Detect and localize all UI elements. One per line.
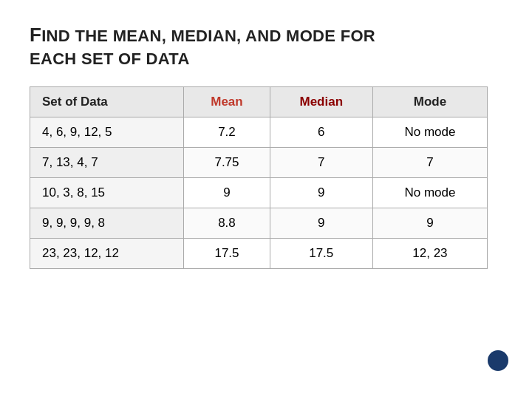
- cell-r4-c3: 12, 23: [372, 238, 487, 268]
- cell-r3-c2: 9: [270, 208, 372, 238]
- cell-r0-c3: No mode: [372, 117, 487, 147]
- cell-r3-c0: 9, 9, 9, 9, 8: [30, 208, 184, 238]
- cell-r2-c0: 10, 3, 8, 15: [30, 177, 184, 208]
- cell-r2-c2: 9: [270, 177, 372, 208]
- decorative-dot: [488, 350, 508, 371]
- cell-r0-c2: 6: [270, 117, 372, 147]
- cell-r0-c1: 7.2: [184, 117, 270, 147]
- data-table: Set of Data Mean Median Mode 4, 6, 9, 12…: [30, 86, 488, 269]
- col-header-set: Set of Data: [30, 86, 184, 117]
- cell-r1-c3: 7: [372, 147, 487, 177]
- table-row: 7, 13, 4, 77.7577: [30, 147, 488, 177]
- cell-r4-c0: 23, 23, 12, 12: [30, 238, 184, 268]
- table-row: 9, 9, 9, 9, 88.899: [30, 208, 488, 238]
- cell-r0-c0: 4, 6, 9, 12, 5: [30, 117, 184, 147]
- cell-r1-c2: 7: [270, 147, 372, 177]
- cell-r3-c3: 9: [372, 208, 487, 238]
- table-row: 10, 3, 8, 1599No mode: [30, 177, 488, 208]
- cell-r4-c1: 17.5: [184, 238, 270, 268]
- cell-r1-c1: 7.75: [184, 147, 270, 177]
- cell-r3-c1: 8.8: [184, 208, 270, 238]
- cell-r1-c0: 7, 13, 4, 7: [30, 147, 184, 177]
- table-row: 23, 23, 12, 1217.517.512, 23: [30, 238, 488, 268]
- cell-r2-c3: No mode: [372, 177, 487, 208]
- cell-r2-c1: 9: [184, 177, 270, 208]
- col-header-median: Median: [270, 86, 372, 117]
- cell-r4-c2: 17.5: [270, 238, 372, 268]
- col-header-mode: Mode: [372, 86, 487, 117]
- page-content: FIND THE MEAN, MEDIAN, AND MODE FOR EACH…: [0, 0, 532, 284]
- table-row: 4, 6, 9, 12, 57.26No mode: [30, 117, 488, 147]
- col-header-mean: Mean: [184, 86, 270, 117]
- table-header-row: Set of Data Mean Median Mode: [30, 86, 488, 117]
- page-title: FIND THE MEAN, MEDIAN, AND MODE FOR EACH…: [30, 22, 502, 70]
